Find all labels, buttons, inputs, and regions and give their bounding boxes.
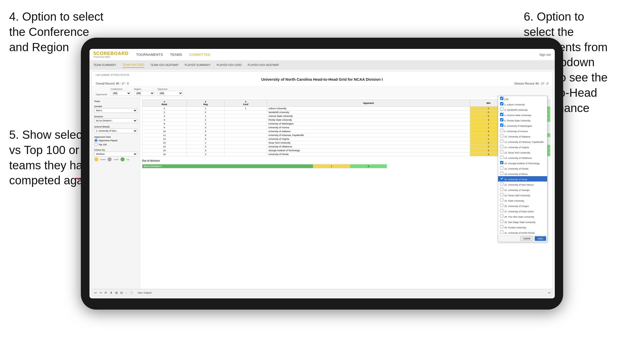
dropdown-item[interactable]: 24. Duke University (498, 198, 547, 203)
cell-reg: 3 (187, 137, 224, 141)
radio-opponents-played[interactable]: Opponents Played (94, 139, 137, 142)
dropdown-item[interactable]: 14. University of Oklahoma (498, 155, 547, 160)
dropdown-item[interactable]: (All) (498, 96, 547, 101)
dropdown-item[interactable]: 21. University of New Mexico (498, 182, 547, 187)
cell-rank: 12 (142, 137, 187, 141)
col-opponent: Opponent (267, 100, 470, 107)
nav-committee[interactable]: COMMITTEE (189, 53, 210, 57)
sub-nav-team-h2h-grid[interactable]: TEAM H2H GRID (122, 62, 144, 68)
colour-circles: Down Level Up (94, 157, 137, 161)
cell-rank: 3 (142, 110, 187, 114)
radio-top-100[interactable]: Top 100 (94, 143, 137, 146)
dropdown-item[interactable]: 20. University of Texas (498, 176, 547, 182)
cell-reg: 1 (187, 141, 224, 145)
cancel-button[interactable]: Cancel (520, 236, 533, 241)
table-row: 15 4 Georgia Institute of Technology 5 1 (142, 149, 550, 152)
dropdown-item[interactable]: 15. Georgia Institute of Technology (498, 160, 547, 165)
table-row: 12 3 University of Virginia 1 0 (142, 137, 550, 141)
sub-nav-team-h2h-heatmap[interactable]: TEAM H2H HEATMAP (150, 62, 178, 67)
cell-opponent: University of Oklahoma (267, 145, 470, 149)
opponent-select[interactable]: (All) (157, 91, 183, 96)
table-row: 4 1 Arizona State University 5 1 (142, 114, 550, 118)
dropdown-item[interactable]: 29. San Diego State University (498, 219, 547, 224)
cell-opponent: University of Arkansas, Fayetteville (267, 133, 470, 137)
team-field: Team (94, 100, 137, 103)
opponent-view-label: Opponent View (94, 136, 137, 138)
dropdown-item[interactable]: 27. University of Notre Dame (498, 208, 547, 214)
radio-top-100-input[interactable] (94, 143, 98, 146)
dropdown-item[interactable]: 28. The Ohio State University (498, 214, 547, 219)
dropdown-item[interactable]: 8. University of Washington (498, 123, 547, 128)
refresh-btn[interactable]: ⟳ (104, 290, 108, 295)
cell-conf (224, 141, 267, 145)
dropdown-item[interactable]: 18. University of Illinois (498, 171, 547, 176)
minus-btn[interactable]: − (125, 290, 128, 295)
table-row: 13 1 Texas Tech University 3 0 (142, 141, 550, 145)
undo-btn[interactable]: ↩ (94, 290, 97, 295)
dropdown-footer: Cancel Apply (498, 235, 547, 242)
cell-rank: 13 (142, 141, 187, 145)
nav-teams[interactable]: TEAMS (170, 53, 182, 57)
division-field: Division NCAA Division I (94, 115, 137, 123)
filter-row: Opponents: Conference (All) Region (All) (92, 86, 552, 98)
grid-btn[interactable]: ⊟ (120, 290, 123, 295)
region-filter-group: Region (All) (134, 88, 154, 96)
cell-conf (224, 137, 267, 141)
sub-nav-player-summary[interactable]: PLAYER SUMMARY (185, 62, 211, 67)
colour-down-label: Down (100, 158, 106, 161)
out-division-table: NCAA Division II 1 0 (142, 164, 387, 168)
dropdown-item[interactable]: 3. Vanderbilt University (498, 107, 547, 112)
opponents-label: Opponents: (96, 93, 108, 96)
dropdown-item[interactable]: 16. University of Florida (498, 165, 547, 171)
cell-opponent: Georgia Institute of Technology (267, 149, 470, 152)
cell-rank: 14 (142, 145, 187, 149)
dropdown-item[interactable]: 23. Texas A&M University (498, 192, 547, 198)
redo-btn[interactable]: ↪ (99, 290, 102, 295)
dropdown-item[interactable]: 25. University of Oregon (498, 203, 547, 208)
division-select[interactable]: NCAA Division I (94, 118, 137, 123)
nav-tournaments[interactable]: TOURNAMENTS (136, 53, 163, 57)
cell-opponent: Auburn University (267, 107, 470, 110)
gender-select[interactable]: Men's (94, 108, 137, 113)
dropdown-item[interactable]: 12. University of Virginia (498, 144, 547, 149)
school-select[interactable]: 1. University of Nort... (94, 129, 137, 133)
dropdown-item[interactable]: 30. Purdue University (498, 224, 547, 230)
dropdown-item[interactable]: 22. University of Georgia (498, 187, 547, 192)
region-select[interactable]: (All) (134, 91, 154, 96)
dropdown-item[interactable]: 4. Arizona State University (498, 112, 547, 117)
dropdown-item[interactable]: 13. Texas Tech University (498, 149, 547, 155)
sub-nav-player-h2h-heatmap[interactable]: PLAYER H2H HEATMAP (248, 62, 279, 67)
report-records: Overall Record: 89 - 17 - 0 Division Rec… (96, 82, 548, 85)
conference-select[interactable]: (All) (111, 91, 131, 96)
sub-nav-player-h2h-grid[interactable]: PLAYER H2H GRID (217, 62, 242, 67)
opponent-dropdown[interactable]: (All)2. Auburn University3. Vanderbilt U… (498, 96, 547, 242)
table-row: 2 1 1 Auburn University 2 1 (142, 107, 550, 110)
opponent-view: Opponent View Opponents Played Top 100 (94, 136, 137, 146)
logo-area: 5COREBOARD Powered by Rapid (94, 51, 129, 58)
cell-reg: 1 (187, 114, 224, 118)
logo-sub: Powered by Rapid (94, 56, 129, 58)
clock-btn[interactable]: 🕐 (129, 290, 134, 295)
gender-label: Gender (94, 105, 137, 108)
colour-select[interactable]: Win/loss (94, 152, 137, 156)
sub-nav-team-summary[interactable]: TEAM SUMMARY (94, 62, 116, 67)
cell-rank: 6 (142, 118, 187, 122)
dropdown-item[interactable]: 9. University of Arizona (498, 128, 547, 133)
copy-btn[interactable]: ⊞ (115, 290, 118, 295)
left-sidebar: Team Gender Men's Division NCAA Division… (92, 98, 140, 289)
pause-btn[interactable]: ⏸ (109, 290, 113, 295)
cell-opponent: University of Arizona (267, 126, 470, 130)
dropdown-item[interactable]: 2. Auburn University (498, 101, 547, 107)
tablet-screen: 5COREBOARD Powered by Rapid TOURNAMENTS … (89, 49, 555, 298)
team-label: Team (94, 100, 137, 103)
dropdown-item[interactable]: 6. Florida State University (498, 117, 547, 123)
opponent-filter-group: Opponent (All) (157, 88, 183, 96)
overall-record: Overall Record: 89 - 17 - 0 (96, 82, 129, 85)
dropdown-item[interactable]: 11. University of Arkansas, Fayetteville (498, 139, 547, 144)
sign-out-link[interactable]: Sign out (539, 53, 550, 57)
radio-opponents-played-input[interactable] (94, 139, 98, 142)
dropdown-item[interactable]: 31. University of North Florida (498, 230, 547, 235)
nav-items: TOURNAMENTS TEAMS COMMITTEE (136, 53, 210, 57)
dropdown-item[interactable]: 10. University of Alabama (498, 133, 547, 139)
apply-button[interactable]: Apply (535, 236, 546, 241)
